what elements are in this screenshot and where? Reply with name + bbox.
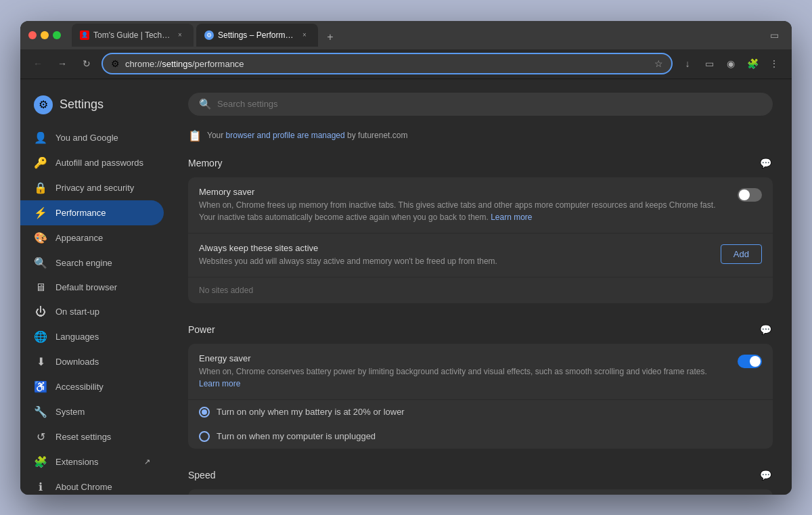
energy-saver-row: Energy saver When on, Chrome conserves b… <box>188 344 773 400</box>
sidebar-label-about-chrome: About Chrome <box>55 482 150 492</box>
search-icon: 🔍 <box>199 98 212 110</box>
sidebar-item-reset-settings[interactable]: ↺ Reset settings <box>20 424 164 449</box>
settings-logo-icon: ⚙ <box>34 95 53 114</box>
address-suffix: /performance <box>192 59 244 69</box>
system-icon: 🔧 <box>34 405 47 418</box>
energy-saver-learn-more[interactable]: Learn more <box>199 379 240 388</box>
radio-unplugged[interactable] <box>199 431 210 442</box>
sidebar-label-autofill: Autofill and passwords <box>55 158 150 168</box>
nav-bar: ← → ↻ ⚙ chrome://settings/performance ☆ … <box>20 49 792 79</box>
reset-settings-icon: ↺ <box>34 430 47 443</box>
speed-section-header: Speed 💬 <box>188 468 773 483</box>
memory-section-title: Memory <box>188 158 223 169</box>
languages-icon: 🌐 <box>34 330 47 343</box>
title-bar: 👤 Tom's Guide | Tech Product R × ⚙ Setti… <box>20 21 792 49</box>
bookmark-icon[interactable]: ☆ <box>654 58 663 69</box>
speed-info-button[interactable]: 💬 <box>758 468 773 483</box>
sidebar-label-performance: Performance <box>55 208 150 218</box>
memory-saver-desc: When on, Chrome frees up memory from ina… <box>199 199 727 223</box>
memory-saver-title: Memory saver <box>199 187 727 197</box>
managed-banner-link[interactable]: browser and profile are managed <box>226 131 345 140</box>
sidebar-item-search-engine[interactable]: 🔍 Search engine <box>20 250 164 275</box>
accessibility-icon: ♿ <box>34 380 47 393</box>
nav-actions: ↓ ▭ ◉ 🧩 ⋮ <box>678 54 784 73</box>
sidebar-item-performance[interactable]: ⚡ Performance <box>20 200 164 225</box>
tab-toms-close[interactable]: × <box>175 30 185 41</box>
sidebar-item-you-and-google[interactable]: 👤 You and Google <box>20 125 164 150</box>
search-bar[interactable]: 🔍 <box>188 93 773 116</box>
reload-button[interactable]: ↻ <box>77 54 96 73</box>
sidebar-item-downloads[interactable]: ⬇ Downloads <box>20 349 164 374</box>
sidebar-label-on-startup: On start-up <box>55 307 150 317</box>
sidebar-item-languages[interactable]: 🌐 Languages <box>20 324 164 349</box>
settings-logo: ⚙ Settings <box>20 90 169 125</box>
managed-banner: 📋 Your browser and profile are managed b… <box>188 129 773 142</box>
fullscreen-traffic-light[interactable] <box>53 31 61 39</box>
power-card: Energy saver When on, Chrome conserves b… <box>188 344 773 449</box>
main-panel: 🔍 📋 Your browser and profile are managed… <box>169 79 792 495</box>
tabs-area: 👤 Tom's Guide | Tech Product R × ⚙ Setti… <box>72 24 759 47</box>
sidebar-label-default-browser: Default browser <box>55 282 150 292</box>
power-info-button[interactable]: 💬 <box>758 322 773 337</box>
sidebar-label-system: System <box>55 407 150 417</box>
sidebar-item-extensions[interactable]: 🧩 Extensions ↗ <box>20 449 164 474</box>
extension-button[interactable]: 🧩 <box>743 54 762 73</box>
memory-saver-toggle[interactable] <box>738 188 762 202</box>
privacy-icon: 🔒 <box>34 181 47 194</box>
always-keep-active-row: Always keep these sites active Websites … <box>188 233 773 277</box>
default-browser-icon: 🖥 <box>34 282 47 294</box>
cast-button[interactable]: ▭ <box>700 54 719 73</box>
memory-saver-learn-more[interactable]: Learn more <box>491 212 532 222</box>
sidebar-item-on-startup[interactable]: ⏻ On start-up <box>20 300 164 324</box>
sidebar-label-languages: Languages <box>55 332 150 342</box>
radio-battery-20-label: Turn on only when my battery is at 20% o… <box>217 407 405 417</box>
sidebar-item-privacy[interactable]: 🔒 Privacy and security <box>20 175 164 200</box>
extensions-external-icon: ↗ <box>144 457 150 466</box>
traffic-lights <box>28 31 61 39</box>
power-section-header: Power 💬 <box>188 322 773 337</box>
preload-pages-row: Preload pages When on, Chrome preloads p… <box>188 489 773 495</box>
sidebar-item-autofill[interactable]: 🔑 Autofill and passwords <box>20 150 164 175</box>
memory-card: Memory saver When on, Chrome frees up me… <box>188 177 773 303</box>
minimize-traffic-light[interactable] <box>41 31 49 39</box>
radio-unplugged-row[interactable]: Turn on when my computer is unplugged <box>188 424 773 449</box>
search-input[interactable] <box>217 99 762 109</box>
sidebar-label-privacy: Privacy and security <box>55 183 150 193</box>
add-site-button[interactable]: Add <box>721 244 762 264</box>
energy-saver-toggle[interactable] <box>738 355 762 368</box>
on-startup-icon: ⏻ <box>34 306 47 318</box>
speed-section-title: Speed <box>188 470 215 480</box>
sidebar-item-accessibility[interactable]: ♿ Accessibility <box>20 374 164 399</box>
memory-section-header: Memory 💬 <box>188 156 773 171</box>
memory-info-button[interactable]: 💬 <box>758 156 773 171</box>
window-minimize-button[interactable]: ▭ <box>765 26 784 45</box>
you-and-google-icon: 👤 <box>34 131 47 144</box>
tab-settings-close[interactable]: × <box>299 30 310 41</box>
sidebar-item-about-chrome[interactable]: ℹ About Chrome <box>20 474 164 495</box>
new-tab-button[interactable]: + <box>321 28 340 47</box>
appearance-icon: 🎨 <box>34 231 47 244</box>
address-prefix: chrome:// <box>125 59 162 69</box>
sidebar-label-you-and-google: You and Google <box>55 133 150 143</box>
radio-battery-20-row[interactable]: Turn on only when my battery is at 20% o… <box>188 400 773 424</box>
tab-settings[interactable]: ⚙ Settings – Performance × <box>196 24 318 47</box>
memory-saver-row: Memory saver When on, Chrome frees up me… <box>188 177 773 233</box>
address-bar[interactable]: ⚙ chrome://settings/performance ☆ <box>102 53 673 74</box>
address-text: chrome://settings/performance <box>125 59 649 69</box>
sidebar-label-reset-settings: Reset settings <box>55 432 150 442</box>
tab-toms[interactable]: 👤 Tom's Guide | Tech Product R × <box>72 24 194 47</box>
forward-button[interactable]: → <box>53 54 72 73</box>
download-button[interactable]: ↓ <box>678 54 697 73</box>
managed-banner-text: Your browser and profile are managed by … <box>207 131 407 140</box>
sidebar-item-default-browser[interactable]: 🖥 Default browser <box>20 275 164 300</box>
profile-button[interactable]: ◉ <box>721 54 740 73</box>
close-traffic-light[interactable] <box>28 31 37 39</box>
extensions-icon: 🧩 <box>34 455 47 468</box>
about-chrome-icon: ℹ <box>34 480 47 493</box>
radio-battery-20[interactable] <box>199 407 210 418</box>
menu-button[interactable]: ⋮ <box>765 54 784 73</box>
back-button[interactable]: ← <box>28 54 47 73</box>
sidebar-item-system[interactable]: 🔧 System <box>20 399 164 424</box>
sidebar-item-appearance[interactable]: 🎨 Appearance <box>20 225 164 250</box>
browser-window: 👤 Tom's Guide | Tech Product R × ⚙ Setti… <box>20 21 792 495</box>
